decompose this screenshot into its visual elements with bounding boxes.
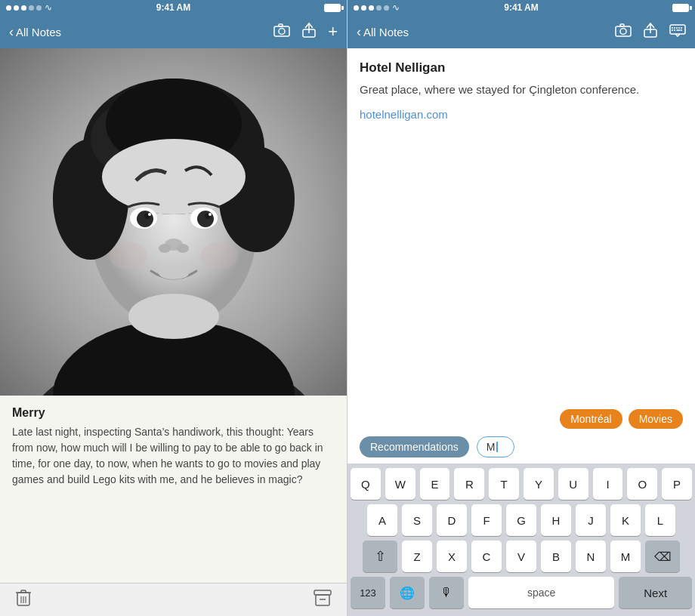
key-d[interactable]: D bbox=[437, 504, 467, 536]
svg-point-45 bbox=[620, 28, 626, 34]
left-battery-icon bbox=[324, 4, 341, 12]
left-camera-icon[interactable] bbox=[273, 23, 290, 41]
keyboard: Q W E R T Y U I O P A S D F G H J K L ⇧ … bbox=[348, 464, 695, 616]
key-m[interactable]: M bbox=[610, 541, 641, 572]
photo-svg bbox=[0, 48, 347, 396]
tag-suggestion-movies[interactable]: Movies bbox=[629, 409, 683, 429]
key-b[interactable]: B bbox=[541, 541, 571, 572]
right-signal-dots bbox=[354, 5, 389, 11]
svg-point-20 bbox=[137, 211, 153, 227]
key-r[interactable]: R bbox=[454, 468, 484, 500]
dot4 bbox=[29, 5, 34, 11]
delete-key[interactable]: ⌫ bbox=[645, 541, 680, 572]
left-note-body: Late last night, inspecting Santa’s hand… bbox=[12, 424, 335, 488]
globe-key[interactable]: 🌐 bbox=[390, 577, 425, 608]
key-f[interactable]: F bbox=[471, 504, 502, 536]
svg-rect-46 bbox=[620, 24, 624, 26]
rdot5 bbox=[384, 5, 389, 11]
shift-key[interactable]: ⇧ bbox=[363, 541, 397, 572]
rdot2 bbox=[361, 5, 366, 11]
key-l[interactable]: L bbox=[645, 504, 675, 536]
key-q[interactable]: Q bbox=[351, 468, 381, 500]
key-k[interactable]: K bbox=[610, 504, 641, 536]
photo-area bbox=[0, 48, 347, 396]
key-o[interactable]: O bbox=[627, 468, 657, 500]
left-note-title: Merry bbox=[12, 406, 335, 420]
right-keyboard-icon[interactable] bbox=[669, 23, 686, 41]
key-p[interactable]: P bbox=[662, 468, 692, 500]
key-y[interactable]: Y bbox=[524, 468, 554, 500]
svg-point-28 bbox=[177, 244, 189, 253]
left-panel: ∿ 9:41 AM ‹ All Notes bbox=[0, 0, 348, 616]
tag-suggestion-montreal[interactable]: Montréal bbox=[560, 409, 622, 429]
right-nav-actions bbox=[615, 22, 686, 42]
right-nav-bar: ‹ All Notes bbox=[348, 15, 695, 48]
key-j[interactable]: J bbox=[576, 504, 606, 536]
right-status-bar: ∿ 9:41 AM bbox=[348, 0, 695, 15]
left-back-button[interactable]: ‹ All Notes bbox=[9, 25, 61, 38]
svg-point-21 bbox=[197, 211, 214, 227]
left-add-icon[interactable]: + bbox=[328, 22, 338, 42]
svg-point-32 bbox=[128, 294, 219, 339]
right-share-icon[interactable] bbox=[644, 22, 657, 42]
right-note-title: Hotel Nelligan bbox=[360, 60, 683, 75]
key-w[interactable]: W bbox=[385, 468, 415, 500]
key-t[interactable]: T bbox=[489, 468, 519, 500]
left-share-icon[interactable] bbox=[302, 22, 316, 42]
tag-recommendations[interactable]: Recommendations bbox=[360, 436, 469, 457]
svg-rect-41 bbox=[314, 590, 331, 595]
rdot4 bbox=[376, 5, 381, 11]
space-key[interactable]: space bbox=[468, 577, 614, 608]
keyboard-row-4: 123 🌐 🎙 space Next bbox=[351, 577, 692, 608]
next-key[interactable]: Next bbox=[619, 577, 692, 608]
tag-row: Recommendations M bbox=[360, 436, 683, 457]
key-g[interactable]: G bbox=[506, 504, 536, 536]
keyboard-row-2: A S D F G H J K L bbox=[351, 504, 692, 536]
key-n[interactable]: N bbox=[576, 541, 606, 572]
left-nav-bar: ‹ All Notes + bbox=[0, 15, 347, 48]
key-a[interactable]: A bbox=[367, 504, 397, 536]
right-battery-fill bbox=[673, 5, 688, 11]
dot5 bbox=[36, 5, 42, 11]
keyboard-row-1: Q W E R T Y U I O P bbox=[351, 468, 692, 500]
left-time: 9:41 AM bbox=[156, 2, 191, 13]
key-u[interactable]: U bbox=[558, 468, 588, 500]
num-key[interactable]: 123 bbox=[351, 577, 385, 608]
key-h[interactable]: H bbox=[541, 504, 571, 536]
tag-suggestions-row: Montréal Movies bbox=[360, 409, 683, 429]
right-camera-icon[interactable] bbox=[615, 23, 632, 41]
left-battery-area bbox=[324, 4, 341, 12]
key-v[interactable]: V bbox=[506, 541, 536, 572]
key-i[interactable]: I bbox=[593, 468, 623, 500]
rdot1 bbox=[354, 5, 359, 11]
tag-input-field[interactable]: M bbox=[477, 436, 514, 457]
key-c[interactable]: C bbox=[471, 541, 502, 572]
key-s[interactable]: S bbox=[402, 504, 432, 536]
mic-key[interactable]: 🎙 bbox=[429, 577, 464, 608]
note-link[interactable]: hotelnelligan.com bbox=[360, 108, 448, 121]
right-battery-area bbox=[672, 4, 689, 12]
svg-rect-2 bbox=[279, 24, 283, 26]
left-nav-actions: + bbox=[273, 22, 338, 42]
right-panel: ∿ 9:41 AM ‹ All Notes bbox=[348, 0, 695, 616]
archive-icon[interactable] bbox=[314, 590, 332, 610]
svg-point-29 bbox=[159, 267, 189, 279]
bw-photo bbox=[0, 48, 347, 396]
right-note-view: Hotel Nelligan Great place, where we sta… bbox=[348, 48, 695, 402]
dot2 bbox=[14, 5, 19, 11]
key-z[interactable]: Z bbox=[402, 541, 432, 572]
tag-cursor bbox=[496, 442, 498, 452]
left-signal-area: ∿ bbox=[6, 2, 52, 13]
trash-icon[interactable] bbox=[15, 589, 32, 611]
right-back-button[interactable]: ‹ All Notes bbox=[357, 25, 409, 38]
battery-fill bbox=[325, 5, 340, 11]
wifi-icon: ∿ bbox=[45, 2, 52, 13]
left-back-label: All Notes bbox=[16, 26, 61, 38]
svg-point-1 bbox=[279, 28, 285, 34]
key-e[interactable]: E bbox=[420, 468, 450, 500]
left-chevron-icon: ‹ bbox=[9, 25, 14, 38]
right-note-body: Great place, where we stayed for Çinglet… bbox=[360, 82, 683, 99]
key-x[interactable]: X bbox=[437, 541, 467, 572]
svg-point-25 bbox=[208, 213, 212, 216]
svg-point-31 bbox=[200, 242, 238, 270]
